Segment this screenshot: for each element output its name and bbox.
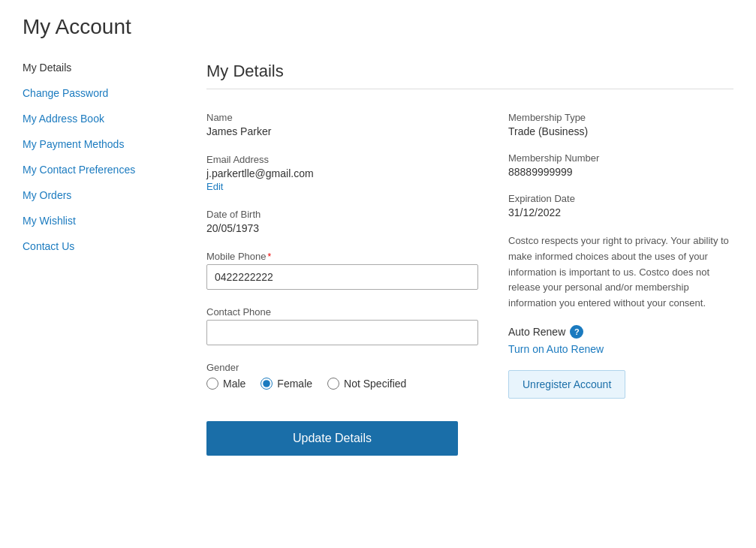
auto-renew-label: Auto Renew	[508, 326, 565, 338]
gender-male-label: Male	[223, 378, 245, 390]
gender-female-option[interactable]: Female	[261, 378, 312, 390]
page-title: My Account	[23, 15, 733, 39]
gender-not-specified-radio[interactable]	[327, 378, 339, 390]
sidebar-item-my-orders[interactable]: My Orders	[23, 189, 184, 201]
dob-value: 20/05/1973	[206, 222, 478, 234]
update-details-button[interactable]: Update Details	[206, 421, 458, 456]
gender-not-specified-option[interactable]: Not Specified	[327, 378, 406, 390]
gender-female-label: Female	[277, 378, 312, 390]
gender-male-radio[interactable]	[206, 378, 218, 390]
gender-label: Gender	[206, 362, 478, 373]
gender-female-radio[interactable]	[261, 378, 273, 390]
sidebar-item-change-password[interactable]: Change Password	[23, 87, 184, 99]
email-value: j.parkertlle@gmail.com	[206, 167, 478, 179]
expiration-date-field: Expiration Date 31/12/2022	[508, 193, 733, 218]
main-content: My Details Name James Parker Email Addre…	[184, 62, 733, 456]
privacy-text: Costco respects your right to privacy. Y…	[508, 233, 733, 312]
mobile-label: Mobile Phone*	[206, 251, 478, 262]
sidebar-item-my-wishlist[interactable]: My Wishlist	[23, 215, 184, 227]
sidebar-item-my-contact-preferences[interactable]: My Contact Preferences	[23, 164, 184, 176]
sidebar-item-contact-us[interactable]: Contact Us	[23, 240, 184, 252]
section-title: My Details	[206, 62, 733, 89]
email-label: Email Address	[206, 154, 478, 165]
gender-not-specified-label: Not Specified	[344, 378, 406, 390]
contact-phone-label: Contact Phone	[206, 306, 478, 318]
left-column: Name James Parker Email Address j.parker…	[206, 112, 478, 456]
contact-phone-field-group: Contact Phone	[206, 306, 478, 345]
mobile-field-group: Mobile Phone*	[206, 251, 478, 290]
contact-phone-input[interactable]	[206, 320, 478, 345]
mobile-input[interactable]	[206, 264, 478, 290]
email-field-group: Email Address j.parkertlle@gmail.com Edi…	[206, 154, 478, 192]
turn-on-auto-renew-link[interactable]: Turn on Auto Renew	[508, 343, 733, 355]
auto-renew-help-icon[interactable]: ?	[570, 325, 583, 339]
gender-male-option[interactable]: Male	[206, 378, 245, 390]
required-star: *	[268, 251, 272, 262]
right-column: Membership Type Trade (Business) Members…	[508, 112, 733, 456]
dob-label: Date of Birth	[206, 209, 478, 220]
sidebar-item-my-details: My Details	[23, 62, 184, 74]
membership-number-label: Membership Number	[508, 152, 733, 164]
name-value: James Parker	[206, 125, 478, 137]
auto-renew-row: Auto Renew ?	[508, 325, 733, 339]
name-label: Name	[206, 112, 478, 123]
gender-field-group: Gender Male Female Not Specified	[206, 362, 478, 390]
membership-number-value: 88889999999	[508, 166, 733, 178]
membership-type-field: Membership Type Trade (Business)	[508, 112, 733, 137]
membership-type-value: Trade (Business)	[508, 125, 733, 137]
sidebar-item-my-address-book[interactable]: My Address Book	[23, 113, 184, 125]
gender-options: Male Female Not Specified	[206, 378, 478, 390]
unregister-account-button[interactable]: Unregister Account	[508, 370, 625, 399]
dob-field-group: Date of Birth 20/05/1973	[206, 209, 478, 234]
expiration-date-label: Expiration Date	[508, 193, 733, 204]
sidebar-item-my-payment-methods[interactable]: My Payment Methods	[23, 138, 184, 150]
membership-number-field: Membership Number 88889999999	[508, 152, 733, 178]
edit-email-link[interactable]: Edit	[206, 181, 223, 192]
name-field-group: Name James Parker	[206, 112, 478, 137]
expiration-date-value: 31/12/2022	[508, 206, 733, 218]
sidebar: My Details Change PasswordMy Address Boo…	[23, 62, 184, 456]
membership-type-label: Membership Type	[508, 112, 733, 123]
